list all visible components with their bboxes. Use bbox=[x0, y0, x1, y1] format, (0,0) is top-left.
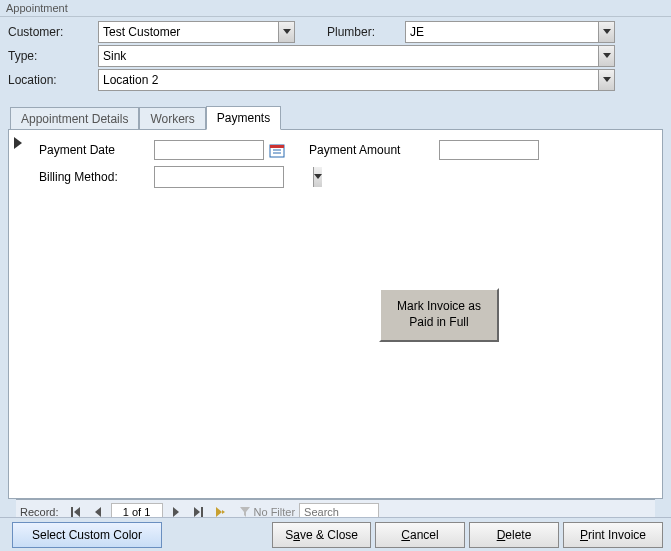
location-input[interactable] bbox=[99, 70, 598, 90]
nav-filter: No Filter bbox=[239, 506, 296, 518]
payment-date-input[interactable] bbox=[154, 140, 264, 160]
payment-amount-label: Payment Amount bbox=[309, 143, 439, 157]
window-title: Appointment bbox=[0, 0, 671, 17]
svg-rect-4 bbox=[71, 507, 73, 517]
billing-method-combo[interactable] bbox=[154, 166, 284, 188]
customer-combo[interactable] bbox=[98, 21, 295, 43]
payment-date-picker-btn[interactable] bbox=[267, 140, 287, 160]
payments-panel: Payment Date Payment Amount bbox=[8, 129, 663, 499]
chevron-down-icon bbox=[603, 29, 611, 35]
plumber-dropdown-btn[interactable] bbox=[598, 22, 614, 42]
type-combo[interactable] bbox=[98, 45, 615, 67]
customer-label: Customer: bbox=[6, 25, 98, 39]
save-close-button[interactable]: Save & Close bbox=[272, 522, 371, 548]
chevron-down-icon bbox=[283, 29, 291, 35]
record-nav-label: Record: bbox=[20, 506, 59, 518]
delete-button[interactable]: Delete bbox=[469, 522, 559, 548]
location-combo[interactable] bbox=[98, 69, 615, 91]
type-input[interactable] bbox=[99, 46, 598, 66]
svg-rect-1 bbox=[270, 145, 284, 148]
location-dropdown-btn[interactable] bbox=[598, 70, 614, 90]
location-label: Location: bbox=[6, 73, 98, 87]
plumber-label: Plumber: bbox=[325, 25, 405, 39]
svg-rect-5 bbox=[201, 507, 203, 517]
mark-paid-button[interactable]: Mark Invoice as Paid in Full bbox=[379, 288, 499, 342]
nav-filter-label: No Filter bbox=[254, 506, 296, 518]
tab-appointment-details[interactable]: Appointment Details bbox=[10, 107, 139, 130]
tab-workers[interactable]: Workers bbox=[139, 107, 205, 130]
chevron-down-icon bbox=[314, 174, 322, 180]
customer-input[interactable] bbox=[99, 22, 278, 42]
plumber-input[interactable] bbox=[406, 22, 598, 42]
tabs-header: Appointment Details Workers Payments bbox=[8, 105, 663, 129]
prev-icon bbox=[94, 507, 102, 517]
customer-dropdown-btn[interactable] bbox=[278, 22, 294, 42]
tab-payments[interactable]: Payments bbox=[206, 106, 281, 130]
chevron-down-icon bbox=[603, 77, 611, 83]
chevron-down-icon bbox=[603, 53, 611, 59]
type-label: Type: bbox=[6, 49, 98, 63]
plumber-combo[interactable] bbox=[405, 21, 615, 43]
footer-bar: Select Custom Color Save & Close Cancel … bbox=[0, 517, 671, 551]
calendar-icon bbox=[269, 142, 285, 158]
header-form: Customer: Plumber: Type: bbox=[0, 17, 671, 95]
cancel-button[interactable]: Cancel bbox=[375, 522, 465, 548]
appointment-window: Appointment Customer: Plumber: Type: bbox=[0, 0, 671, 551]
billing-method-label: Billing Method: bbox=[39, 170, 154, 184]
type-dropdown-btn[interactable] bbox=[598, 46, 614, 66]
new-record-icon bbox=[215, 507, 225, 517]
last-icon bbox=[193, 507, 203, 517]
print-invoice-button[interactable]: Print Invoice bbox=[563, 522, 663, 548]
first-icon bbox=[71, 507, 81, 517]
next-icon bbox=[172, 507, 180, 517]
select-color-button[interactable]: Select Custom Color bbox=[12, 522, 162, 548]
billing-method-dropdown-btn[interactable] bbox=[313, 167, 322, 187]
tabs: Appointment Details Workers Payments Pay… bbox=[8, 105, 663, 523]
payment-amount-input[interactable] bbox=[439, 140, 539, 160]
payment-date-label: Payment Date bbox=[39, 143, 154, 157]
filter-icon bbox=[239, 506, 251, 518]
billing-method-input[interactable] bbox=[155, 167, 313, 187]
